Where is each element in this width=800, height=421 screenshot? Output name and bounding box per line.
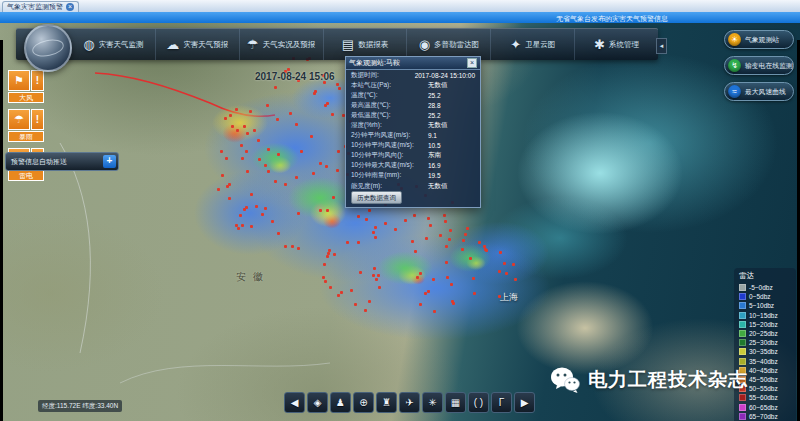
right-button-label: 输变电在线监测 <box>745 61 793 71</box>
watermark-text: 电力工程技术杂志 <box>588 367 748 393</box>
wind-turbine-button[interactable]: ✳ <box>422 392 443 413</box>
legend-entry: 55~60dbz <box>739 393 796 402</box>
legend-label: 10~15dbz <box>749 312 778 319</box>
field-label: 最低温度(℃): <box>351 111 428 120</box>
back-button[interactable]: ◀ <box>284 392 305 413</box>
radar-dish-icon: ◍ <box>83 37 94 52</box>
tab-label: 气象灾害监测预警 <box>7 2 63 12</box>
wind-curve-icon: ≈ <box>728 85 741 98</box>
legend-swatch <box>739 339 746 346</box>
field-label: 温度(℃): <box>351 91 428 100</box>
history-query-button[interactable]: 历史数据查询 <box>351 191 402 204</box>
tab-close-icon[interactable]: × <box>66 3 74 11</box>
weather-monitoring-app: 气象灾害监测预警 × 无省气象台发布的灾害天气预警信息 2017-08-24 1… <box>0 0 800 421</box>
legend-swatch <box>739 404 746 411</box>
toolbar-item-label: 灾害天气预报 <box>183 40 228 50</box>
legend-label: 20~25dbz <box>749 330 778 337</box>
field-value: 东南 <box>428 151 441 160</box>
field-value: 无数值 <box>428 121 448 130</box>
rain-cloud-icon: ☂ <box>247 37 259 52</box>
field-value: 无数值 <box>428 182 448 191</box>
sun-icon: ☀ <box>728 33 741 46</box>
legend-swatch <box>739 358 746 365</box>
plus-icon[interactable]: + <box>103 155 116 168</box>
legend-swatch <box>739 330 746 337</box>
snow-cloud-icon: ☁ <box>166 37 179 52</box>
lightning-icon: ↯ <box>728 59 741 72</box>
legend-swatch <box>739 284 746 291</box>
alert-exclamation-icon: ! <box>31 109 44 130</box>
field-label: 最高温度(℃): <box>351 101 428 110</box>
flight-button[interactable]: ✈ <box>399 392 420 413</box>
alert-boundary-line <box>95 73 275 117</box>
popup-title-bar[interactable]: 气象观测站:马鞍 × <box>346 57 480 70</box>
rainstorm-icon: ☂ <box>8 109 30 130</box>
legend-swatch <box>739 312 746 319</box>
toolbar-item-disaster-weather-forecast[interactable]: ☁ 灾害天气预报 <box>156 29 240 60</box>
radar-legend: 雷达 -5~0dbz 0~5dbz 5~10dbz 10~15dbz 15~20… <box>734 268 796 421</box>
legend-entry: -5~0dbz <box>739 283 796 292</box>
power-plant-button[interactable]: ♜ <box>376 392 397 413</box>
tab-bar: 气象灾害监测预警 × <box>0 0 800 12</box>
toolbar-item-label: 天气实况及预报 <box>263 40 316 50</box>
doppler-radar-icon: ◉ <box>419 37 430 52</box>
map-bottom-toolbar: ◀ ◈ ♟ ⊕ ♜ ✈ ✳ ▦ ( ) Γ ▶ <box>284 392 535 413</box>
field-label: 湿度(%rh): <box>351 121 428 130</box>
legend-title: 雷达 <box>739 271 796 281</box>
refresh-button[interactable]: ( ) <box>468 392 489 413</box>
legend-label: 40~45dbz <box>749 367 778 374</box>
legend-entry: 35~40dbz <box>739 357 796 366</box>
warning-marquee-text: 无省气象台发布的灾害天气预警信息 <box>556 14 668 24</box>
legend-entry: 20~25dbz <box>739 329 796 338</box>
max-wind-curve-button[interactable]: ≈ 最大风速曲线 <box>724 82 794 101</box>
field-label: 10分钟最大风速(m/s): <box>351 161 428 170</box>
legend-label: -5~0dbz <box>749 284 773 291</box>
gear-icon: ✱ <box>594 37 605 52</box>
layers-button[interactable]: ◈ <box>307 392 328 413</box>
field-value: 25.2 <box>428 92 441 99</box>
globe-view-button[interactable]: ⊕ <box>353 392 374 413</box>
main-toolbar: ◍ 灾害天气监测 ☁ 灾害天气预报 ☂ 天气实况及预报 ▤ 数据报表 ◉ 多普勒… <box>16 28 658 60</box>
legend-entry: 60~65dbz <box>739 402 796 411</box>
film-button[interactable]: ▦ <box>445 392 466 413</box>
toolbar-item-label: 数据报表 <box>358 40 388 50</box>
field-label: 10分钟雨量(mm): <box>351 171 428 180</box>
legend-label: 55~60dbz <box>749 394 778 401</box>
toolbar-item-label: 系统管理 <box>609 40 639 50</box>
legend-swatch <box>739 302 746 309</box>
satellite-icon: ✦ <box>510 37 521 52</box>
toolbar-item-weather-live-forecast[interactable]: ☂ 天气实况及预报 <box>240 29 324 60</box>
close-icon[interactable]: × <box>467 58 477 68</box>
tab-disaster-monitoring[interactable]: 气象灾害监测预警 × <box>2 1 79 12</box>
legend-label: 50~55dbz <box>749 385 778 392</box>
warning-badge-gale[interactable]: ⚑ ! 大风 <box>8 70 44 103</box>
toolbar-item-disaster-weather-monitoring[interactable]: ◍ 灾害天气监测 <box>72 29 156 60</box>
weather-station-button[interactable]: ☀ 气象观测站 <box>724 30 794 49</box>
field-label: 10分钟平均风速(m/s): <box>351 141 428 150</box>
legend-entry: 15~20dbz <box>739 320 796 329</box>
forward-button[interactable]: ▶ <box>514 392 535 413</box>
right-button-label: 气象观测站 <box>745 35 779 45</box>
satellite-map[interactable]: 2017-08-24 15:06 安徽 上海 ◍ 灾害天气监测 ☁ 灾害天气预报… <box>0 23 800 421</box>
toolbar-collapse-button[interactable]: ◂ <box>656 38 667 54</box>
warning-badge-rainstorm[interactable]: ☂ ! 暴雨 <box>8 109 44 142</box>
measure-button[interactable]: Γ <box>491 392 512 413</box>
legend-entry: 0~5dbz <box>739 292 796 301</box>
coordinates-readout: 经度:115.72E 纬度:33.40N <box>38 400 122 412</box>
field-label: 10分钟平均风向(): <box>351 151 428 160</box>
locate-person-button[interactable]: ♟ <box>330 392 351 413</box>
field-label: 本站气压(Pa): <box>351 81 428 90</box>
toolbar-item-system-management[interactable]: ✱ 系统管理 <box>575 29 658 60</box>
field-value: 无数值 <box>428 81 448 90</box>
right-button-group: ☀ 气象观测站 ↯ 输变电在线监测 ≈ 最大风速曲线 <box>724 30 794 101</box>
warning-label: 暴雨 <box>8 131 44 142</box>
warning-label: 雷电 <box>8 170 44 181</box>
toolbar-item-label: 多普勒雷达图 <box>434 40 479 50</box>
field-label: 2分钟平均风速(m/s): <box>351 131 428 140</box>
toolbar-item-satellite-cloud[interactable]: ✦ 卫星云图 <box>491 29 575 60</box>
field-value: 25.2 <box>428 112 441 119</box>
wind-flag-icon: ⚑ <box>8 70 30 91</box>
transmission-monitoring-button[interactable]: ↯ 输变电在线监测 <box>724 56 794 75</box>
warning-push-bar[interactable]: 预警信息自动推送 + <box>5 152 119 171</box>
field-label: 数据时间: <box>351 71 415 80</box>
